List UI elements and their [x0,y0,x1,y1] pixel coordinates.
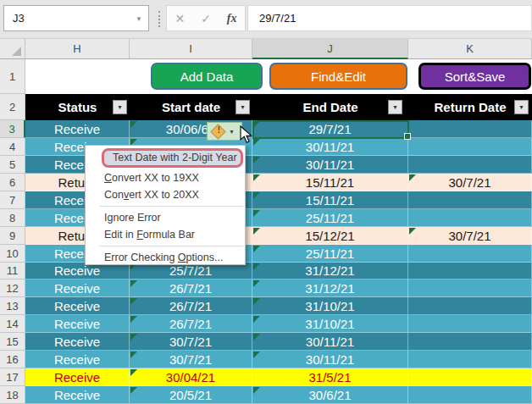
row-number-12[interactable]: 12 [0,279,25,297]
cell-H16[interactable]: Receive [25,351,130,368]
cell-I12[interactable]: 26/7/21 [130,279,252,297]
cell-H17[interactable]: Receive [25,368,130,386]
row-number-11[interactable]: 11 [0,263,25,279]
error-indicator-triangle [130,280,137,287]
cell-value: 30/11/21 [306,335,354,349]
cell-I18[interactable]: 20/5/21 [130,386,252,404]
cell-K11[interactable] [408,263,532,279]
enter-icon[interactable]: ✓ [201,12,211,25]
cell-J5[interactable]: 30/11/21 [252,156,408,174]
column-header-J[interactable]: J [252,39,408,59]
cell-J6[interactable]: 15/11/21 [252,174,408,191]
column-header-K[interactable]: K [408,39,532,58]
cell-K15[interactable] [408,333,532,351]
cell-J15[interactable]: 30/11/21 [252,333,408,351]
filter-button-start-date[interactable]: ▼ [236,100,250,114]
cell-I17[interactable]: 30/04/21 [130,368,252,386]
cell-value: 26/7/21 [169,281,212,296]
cell-J7[interactable]: 15/11/21 [252,191,408,209]
row-number-13[interactable]: 13 [0,297,25,315]
cell-value: 26/7/21 [169,299,212,313]
row-number-9[interactable]: 9 [0,227,25,245]
error-indicator-triangle [253,210,260,217]
cell-K4[interactable] [408,138,532,156]
error-indicator-triangle [130,369,137,376]
row-number-2[interactable]: 2 [0,94,25,120]
cell-K9[interactable]: 30/7/21 [408,227,532,245]
cell-J11[interactable]: 31/12/21 [252,263,408,279]
cell-value: Receive [54,335,100,349]
cell-H3[interactable]: Receive [25,120,130,138]
cell-value: Receive [54,370,100,385]
row-number-17[interactable]: 17 [0,368,25,386]
menu-item-convert-xx-to-20xx[interactable]: Convert XX to 20XX [86,186,245,203]
filter-button-status[interactable]: ▼ [113,100,127,114]
filter-button-end-date[interactable]: ▼ [388,100,402,114]
cell-K18[interactable] [408,386,532,404]
cell-I14[interactable]: 26/7/21 [130,315,252,333]
cell-K8[interactable] [408,209,532,227]
cell-I15[interactable]: 30/7/21 [130,333,252,351]
row-number-5[interactable]: 5 [0,156,25,174]
cell-J4[interactable]: 30/11/21 [252,138,408,156]
fill-handle[interactable] [405,134,410,139]
insert-function-icon[interactable]: fx [227,12,237,25]
cell-J17[interactable]: 31/5/21 [252,368,408,386]
cell-H14[interactable]: Receive [25,315,130,333]
formula-input[interactable]: 29/7/21 [247,5,532,31]
menu-item-ignore-error[interactable]: Ignore Error [86,209,245,226]
cell-K13[interactable] [408,297,532,315]
cell-J14[interactable]: 31/10/21 [252,315,408,333]
cell-value: 30/11/21 [306,352,354,367]
row-number-1[interactable]: 1 [0,59,25,94]
select-all-button[interactable] [0,39,25,58]
menu-item-label: ormula Bar [143,229,195,241]
error-options-button[interactable]: ! ▼ [207,122,242,141]
filter-button-return-date[interactable]: ▼ [514,100,529,114]
cell-K12[interactable] [408,279,532,297]
cell-K5[interactable] [408,156,532,174]
cell-K10[interactable] [408,245,532,263]
cell-I16[interactable]: 30/7/21 [130,351,252,368]
cell-H12[interactable]: Receive [25,279,130,297]
sort-save-button[interactable]: Sort&Save [418,63,531,90]
cell-K14[interactable] [408,315,532,333]
cell-I13[interactable]: 26/7/21 [130,297,252,315]
name-box[interactable]: J3 ▼ [3,5,149,31]
cell-K16[interactable] [408,351,532,368]
add-data-button[interactable]: Add Data [151,63,263,90]
cell-K7[interactable] [408,191,532,209]
cell-J16[interactable]: 30/11/21 [252,351,408,368]
cell-J8[interactable]: 25/11/21 [252,209,408,227]
row-number-16[interactable]: 16 [0,351,25,368]
row-number-4[interactable]: 4 [0,138,25,156]
row-number-7[interactable]: 7 [0,191,25,209]
row-number-6[interactable]: 6 [0,174,25,191]
cell-value: Receive [54,317,100,331]
cell-J18[interactable]: 30/6/21 [252,386,408,404]
cell-H13[interactable]: Receive [25,297,130,315]
column-header-H[interactable]: H [25,39,130,58]
find-edit-button[interactable]: Find&Edit [269,63,407,90]
cell-H18[interactable]: Receive [25,386,130,404]
column-header-I[interactable]: I [130,39,252,58]
cell-K6[interactable]: 30/7/21 [408,174,532,191]
menu-item-error-checking-options[interactable]: Error Checking Options... [86,249,245,266]
row-number-18[interactable]: 18 [0,386,25,404]
cell-J10[interactable]: 25/11/21 [252,245,408,263]
menu-item-convert-xx-to-19xx[interactable]: Convert XX to 19XX [86,169,245,186]
row-number-10[interactable]: 10 [0,245,25,263]
cell-H15[interactable]: Receive [25,333,130,351]
cell-J13[interactable]: 31/10/21 [252,297,408,315]
cell-K3[interactable] [408,120,532,138]
menu-item-edit-in-formula-bar[interactable]: Edit in Formula Bar [86,226,245,243]
row-number-3[interactable]: 3 [0,120,25,138]
cancel-icon[interactable]: ✕ [175,12,185,25]
cell-K17[interactable] [408,368,532,386]
row-number-15[interactable]: 15 [0,333,25,351]
cell-J12[interactable]: 31/12/21 [252,279,408,297]
name-box-dropdown-icon[interactable]: ▼ [136,15,142,23]
cell-J9[interactable]: 15/12/21 [252,227,408,245]
row-number-8[interactable]: 8 [0,209,25,227]
row-number-14[interactable]: 14 [0,315,25,333]
